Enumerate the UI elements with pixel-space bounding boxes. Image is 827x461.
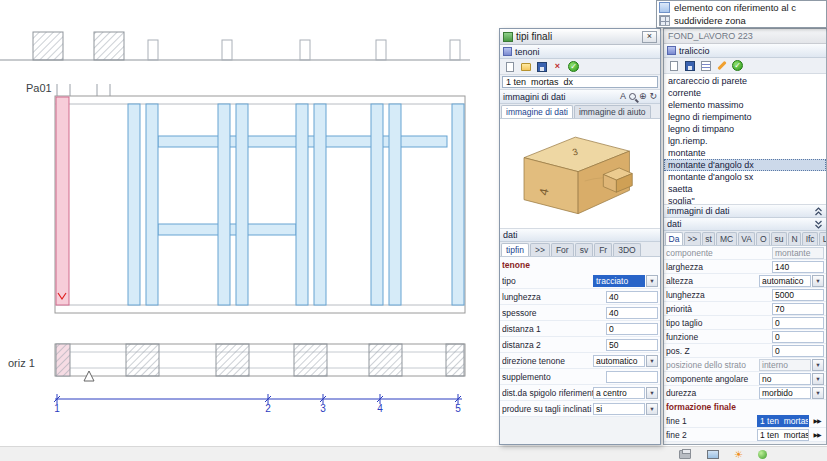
studs[interactable] [128,104,464,305]
param-value[interactable]: 1 ten mortas .. [757,429,809,441]
data-tab[interactable]: Fr [594,243,612,256]
param-value[interactable]: 40 [606,307,658,319]
data-tab[interactable]: Ifc [802,232,818,245]
param-value[interactable]: 50 [606,339,658,351]
menu-item-element-reference[interactable]: elemento con riferimento al c [657,1,826,14]
list-button[interactable] [699,59,712,72]
dropdown-arrow-icon[interactable]: ▼ [812,387,824,399]
list-item[interactable]: legno di timpano [664,123,826,135]
param-value[interactable]: 0 [772,345,824,357]
data-tab[interactable]: N [788,232,801,245]
panel-data-header[interactable]: dati [664,218,826,231]
param-value[interactable]: si [593,403,645,415]
param-value[interactable]: 140 [772,261,824,273]
confirm-button[interactable]: ✓ [567,60,580,73]
data-tab[interactable]: LM [819,232,826,245]
param-value[interactable]: no [759,373,811,385]
measure-icon[interactable]: A [620,92,626,101]
data-tab[interactable]: >> [530,243,550,256]
list-item[interactable]: arcareccio di parete [664,75,826,87]
panel-titlebar[interactable]: FOND_LAVORO 223 [664,29,826,44]
new-button[interactable] [667,59,680,72]
dropdown-arrow-icon[interactable]: ▼ [646,403,658,415]
list-item[interactable]: montante d'angolo sx [664,171,826,183]
edit-button[interactable] [715,59,728,72]
selected-corner-stud[interactable] [56,97,69,305]
menu-item-subdivide-zone[interactable]: suddividere zona [657,14,826,27]
dropdown-arrow-icon[interactable]: ▼ [812,359,824,371]
printer-icon[interactable] [678,448,691,461]
dropdown-arrow-icon[interactable]: ▼ [812,275,824,287]
dropdown-arrow-icon[interactable]: ▼ [646,387,658,399]
sun-icon[interactable]: ☀ [734,450,743,460]
dropdown-arrow-icon[interactable]: ▼ [646,275,658,287]
pick-button[interactable]: ▶▶ [810,415,824,427]
delete-button[interactable]: × [551,60,564,73]
data-tab[interactable]: >> [684,232,701,245]
dropdown-arrow-icon[interactable]: ▼ [812,373,824,385]
param-value[interactable]: tracciato [593,275,645,287]
dropdown-arrow-icon[interactable]: ▼ [646,355,658,367]
panel-images-header[interactable]: immagini di dati [664,205,826,218]
param-label: lunghezza [666,290,772,300]
list-item[interactable]: saetta [664,183,826,195]
pick-button[interactable]: ▶▶ [810,429,824,441]
param-value[interactable] [606,371,658,383]
data-tab[interactable]: VA [738,232,756,245]
close-button[interactable]: × [642,31,657,43]
param-value[interactable]: a centro [593,387,645,399]
data-tab[interactable]: For [551,243,574,256]
data-tab[interactable]: O [756,232,770,245]
data-tab[interactable]: st [702,232,716,245]
dialog-titlebar[interactable]: tipi finali × [500,29,660,45]
param-value[interactable]: 0 [772,317,824,329]
list-item[interactable]: elemento massimo [664,99,826,111]
zoom-icon[interactable] [629,93,636,100]
param-value[interactable]: montante [772,247,824,259]
list-item[interactable]: legno di riempimento [664,111,826,123]
save-button[interactable] [683,59,696,72]
param-value[interactable]: automatico [759,275,811,287]
data-tab[interactable]: MC [716,232,736,245]
list-item[interactable]: montante [664,147,826,159]
pan-icon[interactable]: ⊕ [639,92,647,101]
data-tab[interactable]: tipfin [501,243,529,256]
param-value[interactable]: interno [759,359,811,371]
list-item[interactable]: lgn.riemp. [664,135,826,147]
data-section-header[interactable]: dati [500,229,660,242]
collapse-up-icon[interactable] [814,207,823,216]
param-value[interactable]: 0 [606,323,658,335]
open-button[interactable] [519,60,532,73]
data-tab[interactable]: Da [665,232,683,245]
param-value[interactable]: automatico [593,355,645,367]
plan-wall-segment[interactable] [33,32,63,60]
images-section-header[interactable]: immagini di dati A ⊕ ↻ [500,90,660,104]
list-item[interactable]: corrente [664,87,826,99]
param-value[interactable]: 1 ten mortas .. [757,415,809,427]
param-value[interactable]: 0 [772,331,824,343]
param-value[interactable]: 5000 [772,289,824,301]
display-icon[interactable] [706,448,719,461]
save-button[interactable] [535,60,548,73]
image-tab[interactable]: immagine di dati [501,105,573,118]
final-type-name-field[interactable]: 1 ten mortas dx [502,76,658,88]
confirm-button[interactable]: ✓ [731,59,744,72]
panel-toolbar: ✓ [664,58,826,74]
param-value[interactable]: 70 [772,303,824,315]
data-tab[interactable]: sv [575,243,594,256]
plan-wall-segment[interactable] [94,32,124,60]
new-button[interactable] [503,60,516,73]
rotate-icon[interactable]: ↻ [649,92,657,101]
list-item[interactable]: montante d'angolo dx [664,159,826,171]
data-tab[interactable]: su [771,232,787,245]
data-tab[interactable]: 3DO [613,243,640,256]
list-item[interactable]: soglia" [664,195,826,205]
drawing-canvas[interactable]: Pa01 [0,0,500,448]
dim-number: 2 [265,403,271,414]
image-tab[interactable]: immagine di aiuto [574,105,651,118]
sphere-icon[interactable] [758,450,767,459]
param-value[interactable]: 40 [606,291,658,303]
collapse-down-icon[interactable] [814,220,823,229]
param-value[interactable]: morbido [759,387,811,399]
param-row: direzione tenone automatico ▼ ▶▶ [500,353,660,369]
